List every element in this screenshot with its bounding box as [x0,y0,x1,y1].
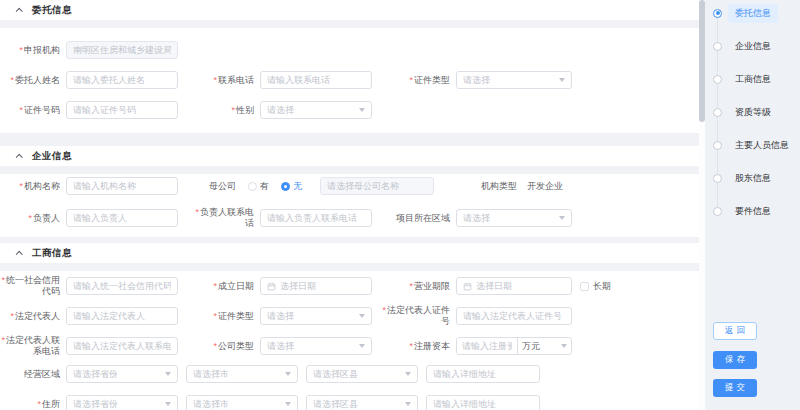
contact-phone-input[interactable] [260,71,372,89]
calendar-icon [267,282,276,291]
business-term-label: *营业期限 [376,281,450,292]
section-enterprise: 企业信息 *机构名称 母公司 有 [0,146,699,237]
section-business: 工商信息 *统一社会信用代码 *成立日期 选择日期 [0,243,699,410]
biz-area-district-select[interactable]: 请选择区县 [306,365,418,383]
back-button[interactable]: 返回 [713,322,757,340]
cert-no-input[interactable] [66,101,178,119]
biz-area-province-select[interactable]: 请选择省份 [66,365,178,383]
client-name-input[interactable] [66,71,178,89]
section-entrust: 委托信息 *申报机构 *委托人姓名 *联系电话 [0,0,699,133]
gender-label: *性别 [190,105,254,116]
legal-cert-no-input[interactable] [456,307,572,325]
step-radio-icon [713,174,722,183]
parent-company-select[interactable]: 请选择母公司名称 [320,177,434,195]
biz-area-city-select[interactable]: 请选择市 [186,365,298,383]
radio-checked-icon [281,182,290,191]
collapse-up-icon [16,153,23,160]
step-item-business[interactable]: 工商信息 [713,70,789,88]
project-region-select[interactable]: 请选择 [456,209,572,227]
company-type-label: *公司类型 [190,341,254,352]
chevron-down-icon [405,402,411,406]
gender-select[interactable]: 请选择 [260,101,372,119]
submit-button[interactable]: 提交 [713,379,757,397]
chevron-down-icon [359,314,365,318]
legal-cert-no-label: *法定代表人证件号 [376,305,450,327]
step-item-shareholder[interactable]: 股东信息 [713,169,789,187]
established-date-input[interactable]: 选择日期 [260,277,372,295]
chevron-down-icon [285,402,291,406]
step-item-qualification[interactable]: 资质等级 [713,103,789,121]
reg-capital-input[interactable] [457,338,517,354]
residence-address-input[interactable] [426,395,540,410]
step-item-enterprise[interactable]: 企业信息 [713,37,789,55]
section-header-entrust[interactable]: 委托信息 [0,0,699,20]
legal-cert-type-select[interactable]: 请选择 [260,307,372,325]
chevron-down-icon [359,108,365,112]
step-item-documents[interactable]: 要件信息 [713,202,789,220]
step-radio-icon [713,75,722,84]
residence-province-select[interactable]: 请选择省份 [66,395,178,410]
step-radio-icon [713,42,722,51]
org-name-label: *机构名称 [0,181,60,192]
form-panel: 委托信息 *申报机构 *委托人姓名 *联系电话 [0,0,699,410]
longterm-checkbox[interactable]: 长期 [580,280,611,293]
legal-phone-input[interactable] [66,337,178,355]
cert-type-label: *证件类型 [376,75,450,86]
section-header-enterprise[interactable]: 企业信息 [0,146,699,166]
step-sidebar: 委托信息 企业信息 工商信息 资质等级 主要人员信息 股东信息 [705,0,800,410]
reg-capital-unit-select[interactable]: 万元 [517,338,571,354]
org-type-label: 机构类型 [481,180,517,193]
chevron-down-icon [285,372,291,376]
uscc-input[interactable] [66,277,178,295]
step-radio-icon [713,9,722,18]
company-type-select[interactable]: 请选择 [260,337,372,355]
contact-phone-label: *联系电话 [190,75,254,86]
parent-company-no-radio[interactable]: 无 [281,180,302,193]
step-radio-icon [713,108,722,117]
step-item-entrust[interactable]: 委托信息 [713,4,789,22]
cert-type-select[interactable]: 请选择 [456,71,572,89]
parent-company-yes-radio[interactable]: 有 [248,180,269,193]
residence-city-select[interactable]: 请选择市 [186,395,298,410]
reg-capital-field: 万元 [456,337,572,355]
biz-area-label: 经营区域 [0,368,60,381]
step-radio-icon [713,207,722,216]
org-name-input[interactable] [66,177,178,195]
principal-phone-label: *负责人联系电话 [190,207,254,229]
principal-phone-input[interactable] [260,209,372,227]
legal-rep-label: *法定代表人 [0,311,60,322]
uscc-label: *统一社会信用代码 [0,275,60,297]
declare-org-input[interactable] [66,41,178,59]
parent-company-label: 母公司 [190,181,236,192]
legal-rep-input[interactable] [66,307,178,325]
chevron-down-icon [559,216,565,220]
client-name-label: *委托人姓名 [0,75,60,86]
chevron-down-icon [559,78,565,82]
checkbox-icon [580,282,589,291]
biz-area-address-input[interactable] [426,365,540,383]
section-title: 委托信息 [32,4,72,17]
step-nav: 委托信息 企业信息 工商信息 资质等级 主要人员信息 股东信息 [713,4,789,235]
chevron-down-icon [561,344,567,348]
radio-icon [248,182,257,191]
step-item-key-personnel[interactable]: 主要人员信息 [713,136,789,154]
principal-label: *负责人 [0,213,60,224]
chevron-down-icon [165,402,171,406]
collapse-up-icon [16,7,23,14]
legal-phone-label: *法定代表人联系电话 [0,335,60,357]
save-button[interactable]: 保存 [713,351,757,369]
section-title: 工商信息 [32,247,72,260]
established-date-label: *成立日期 [190,281,254,292]
org-type-value: 开发企业 [527,180,563,193]
business-term-date-input[interactable]: 选择日期 [456,277,572,295]
declare-org-label: *申报机构 [0,45,60,56]
chevron-down-icon [405,372,411,376]
legal-cert-type-label: *证件类型 [190,311,254,322]
principal-input[interactable] [66,209,178,227]
section-header-business[interactable]: 工商信息 [0,243,699,263]
collapse-up-icon [16,250,23,257]
step-radio-icon [713,141,722,150]
chevron-down-icon [165,372,171,376]
residence-label: *住所 [0,398,60,410]
residence-district-select[interactable]: 请选择区县 [306,395,418,410]
